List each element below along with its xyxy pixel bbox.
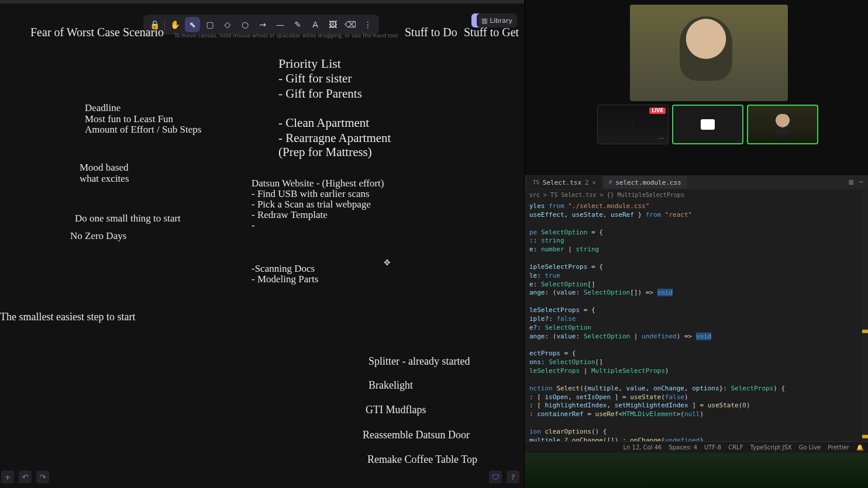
toolbar-hint: To move canvas, hold mouse wheel or spac… xyxy=(174,33,398,39)
status-lang[interactable]: TypeScript JSX xyxy=(750,444,791,451)
more-tool[interactable]: ⋮ xyxy=(360,17,376,32)
thumb-camera-off[interactable] xyxy=(672,105,743,144)
datsun-3[interactable]: - Redraw Template xyxy=(252,209,328,221)
text-tool[interactable]: A xyxy=(308,17,323,32)
main-camera[interactable] xyxy=(630,5,788,101)
hand-tool[interactable]: ✋ xyxy=(167,17,182,32)
priority-title[interactable]: Priority List xyxy=(278,56,341,71)
minimap[interactable] xyxy=(862,189,868,441)
tab-select-tsx[interactable]: TS Select.tsx 2 × xyxy=(527,176,602,189)
drawing-toolbar: 🔒 ✋ ⬉ ▢ ◇ ○ → — ✎ A 🖼 ⌫ ⋮ xyxy=(143,15,379,34)
excalidraw-canvas[interactable]: 🔒 ✋ ⬉ ▢ ◇ ○ → — ✎ A 🖼 ⌫ ⋮ ▥ Library To m… xyxy=(0,0,525,488)
datsun-1[interactable]: - Find USB with earlier scans xyxy=(252,188,370,200)
diamond-tool[interactable]: ◇ xyxy=(220,17,235,32)
heading-fear[interactable]: Fear of Worst Case Scenario xyxy=(30,26,164,39)
arrow-tool[interactable]: → xyxy=(255,17,270,32)
shield-icon[interactable]: 🛡 xyxy=(489,470,502,483)
undo-button[interactable]: ↶ xyxy=(19,470,32,483)
status-prettier[interactable]: Prettier xyxy=(828,444,849,451)
status-spaces[interactable]: Spaces: 4 xyxy=(669,444,697,451)
selection-tool[interactable]: ⬉ xyxy=(185,17,200,32)
proj-1[interactable]: Splitter - already started xyxy=(368,355,470,368)
heading-toget[interactable]: Stuff to Get xyxy=(464,26,519,39)
status-ln-col[interactable]: Ln 12, Col 46 xyxy=(623,444,662,451)
library-icon: ▥ xyxy=(481,17,487,25)
proj-4[interactable]: Reassemble Datsun Door xyxy=(363,429,470,441)
scan-2[interactable]: - Modeling Parts xyxy=(252,274,318,285)
tab-select-css[interactable]: # select.module.css xyxy=(603,176,687,189)
heading-todo[interactable]: Stuff to Do xyxy=(405,26,457,39)
live-badge: LIVE xyxy=(649,108,666,114)
tab-suffix: 2 xyxy=(585,179,589,186)
tab-label-2: select.module.css xyxy=(615,179,681,186)
ellipse-tool[interactable]: ○ xyxy=(237,17,253,32)
status-bell-icon[interactable]: 🔔 xyxy=(856,444,863,451)
move-cursor: ✥ xyxy=(384,258,391,267)
draw-tool[interactable]: ✎ xyxy=(290,17,305,32)
scan-1[interactable]: -Scanning Docs xyxy=(252,263,315,275)
desk-background xyxy=(525,453,868,488)
stream-and-editor: ········· LIVE ⋯ TS Select.tsx 2 × # sel… xyxy=(525,0,868,488)
note-strategies[interactable]: Deadline Most fun to Least Fun Amount of… xyxy=(85,103,201,136)
camera-off-icon xyxy=(701,119,715,130)
code-content[interactable]: yles from "./select.module.css" useEffec… xyxy=(525,200,868,441)
rectangle-tool[interactable]: ▢ xyxy=(202,17,218,32)
tab-close-icon[interactable]: × xyxy=(593,179,596,186)
editor-more-icon[interactable]: ⋯ xyxy=(859,178,863,186)
split-editor-icon[interactable]: ▥ xyxy=(849,178,853,186)
breadcrumb[interactable]: src > TS Select.tsx > {} MultipleSelectP… xyxy=(525,189,868,200)
note-smallthing[interactable]: Do one small thing to start xyxy=(75,213,181,224)
datsun-2[interactable]: - Pick a Scan as trial webpage xyxy=(252,199,371,210)
eraser-tool[interactable]: ⌫ xyxy=(343,17,358,32)
code-editor: TS Select.tsx 2 × # select.module.css ▥ … xyxy=(525,175,868,441)
toolbar-divider xyxy=(164,19,165,30)
editor-tabs: TS Select.tsx 2 × # select.module.css ▥ … xyxy=(525,175,868,189)
proj-5[interactable]: Remake Coffee Table Top xyxy=(367,454,477,466)
proj-2[interactable]: Brakelight xyxy=(368,379,413,392)
status-golive[interactable]: Go Live xyxy=(799,444,821,451)
proj-3[interactable]: GTI Mudflaps xyxy=(366,404,426,416)
image-tool[interactable]: 🖼 xyxy=(325,17,340,32)
datsun-title[interactable]: Datsun Website - (Highest effort) xyxy=(252,178,384,189)
css-icon: # xyxy=(609,179,612,185)
help-button[interactable]: ? xyxy=(507,470,519,483)
thumb-menu-icon[interactable]: ⋯ xyxy=(659,135,664,141)
priority-item-4[interactable]: - Rearragne Apartment (Prep for Mattress… xyxy=(278,131,391,159)
datsun-4[interactable]: - xyxy=(252,220,255,231)
library-label: Library xyxy=(490,17,512,25)
priority-item-1[interactable]: - Gift for sister xyxy=(278,71,352,86)
tab-label: Select.tsx xyxy=(543,179,581,186)
redo-button[interactable]: ↷ xyxy=(36,470,49,483)
status-eol[interactable]: CRLF xyxy=(728,444,743,451)
status-bar: Ln 12, Col 46 Spaces: 4 UTF-8 CRLF TypeS… xyxy=(525,441,868,453)
video-conference: ········· LIVE ⋯ xyxy=(525,0,868,175)
note-smallest[interactable]: The smallest easiest step to start xyxy=(0,311,135,323)
priority-item-3[interactable]: - Clean Apartment xyxy=(278,116,369,130)
guest-avatar xyxy=(774,114,791,135)
thumb-guest[interactable] xyxy=(747,105,818,144)
line-tool[interactable]: — xyxy=(273,17,288,32)
ts-icon: TS xyxy=(533,179,539,185)
new-button[interactable]: + xyxy=(1,470,14,483)
priority-item-2[interactable]: - Gift for Parents xyxy=(278,86,362,101)
browser-chrome xyxy=(0,0,524,4)
status-encoding[interactable]: UTF-8 xyxy=(704,444,721,451)
note-mood[interactable]: Mood based what excites xyxy=(80,162,129,184)
thumb-screen[interactable]: ········· LIVE ⋯ xyxy=(597,105,669,144)
note-nozero[interactable]: No Zero Days xyxy=(70,230,126,242)
